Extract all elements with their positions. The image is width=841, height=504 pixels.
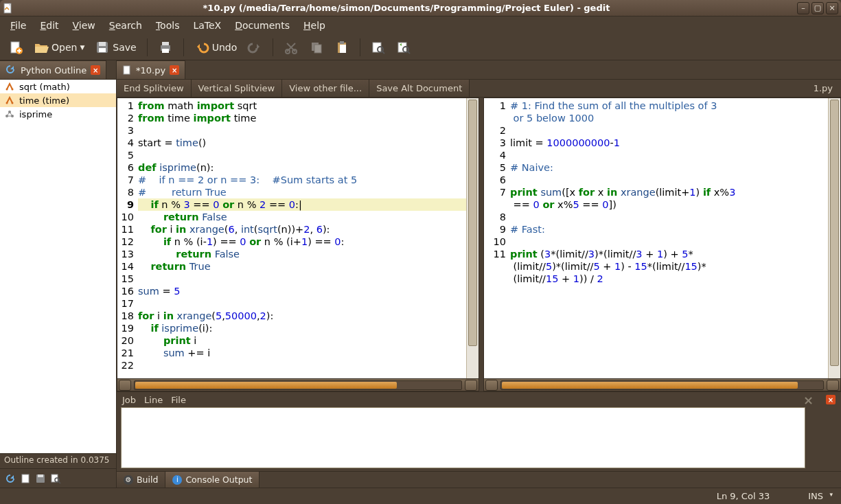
bottom-panel: Job Line File × × ⚙Build iConsole Output (117, 391, 841, 488)
undo-button[interactable]: Undo (190, 37, 242, 58)
menu-help[interactable]: Help (297, 18, 332, 33)
print-icon (158, 40, 173, 55)
outline-item[interactable]: time (time) (0, 93, 116, 107)
undo-icon (194, 40, 209, 55)
svg-rect-4 (99, 42, 106, 46)
save-alt-document-button[interactable]: Save Alt Document (369, 80, 470, 97)
svg-point-23 (12, 102, 14, 104)
menu-search[interactable]: Search (103, 18, 148, 33)
file-tabs: *10.py × (117, 60, 841, 80)
sidebar-save-icon[interactable] (34, 472, 47, 485)
panel-hide-icon[interactable]: × (803, 393, 814, 407)
cut-icon (284, 40, 299, 55)
toolbar: Open ▼ Save Undo (0, 34, 841, 60)
svg-rect-12 (314, 45, 321, 53)
col-line[interactable]: Line (144, 395, 163, 405)
editor-right[interactable]: 1 234567 891011 # 1: Find the sum of all… (483, 98, 841, 391)
code-left[interactable]: from math import sqrtfrom time import ti… (135, 98, 466, 378)
print-button[interactable] (154, 37, 177, 58)
panel-close-icon[interactable]: × (826, 395, 836, 404)
copy-icon (309, 40, 324, 55)
app-icon (3, 3, 14, 14)
outline-list[interactable]: sqrt (math)time (time)isprime (0, 80, 116, 453)
close-button[interactable]: × (826, 2, 838, 14)
gutter-right: 1 234567 891011 (484, 98, 507, 378)
sidebar-refresh-icon[interactable] (4, 472, 16, 485)
right-file-label: 1.py (805, 80, 841, 97)
close-tab-icon[interactable]: × (91, 65, 100, 75)
col-job[interactable]: Job (122, 395, 136, 405)
sidebar: Python Outline × sqrt (math)time (time)i… (0, 60, 117, 488)
panel-body[interactable] (121, 407, 805, 468)
view-other-file-button[interactable]: View other file... (282, 80, 369, 97)
col-file[interactable]: File (171, 395, 186, 405)
maximize-button[interactable]: ▢ (811, 2, 824, 14)
menu-view[interactable]: View (67, 18, 102, 33)
sidebar-tab-python-outline[interactable]: Python Outline × (0, 60, 106, 79)
chevron-down-icon[interactable]: ▼ (80, 44, 84, 51)
sidebar-toolbar (0, 468, 116, 488)
hscrollbar-right[interactable] (484, 378, 840, 391)
svg-rect-8 (162, 49, 169, 53)
svg-point-20 (6, 89, 8, 91)
function-icon (4, 95, 15, 106)
insert-mode[interactable]: INS (804, 491, 834, 501)
vscrollbar-left[interactable] (466, 98, 479, 378)
menu-edit[interactable]: Edit (34, 18, 65, 33)
find-button[interactable] (367, 37, 390, 58)
svg-point-22 (6, 102, 8, 104)
editor-left[interactable]: 12345678910111213141516171819202122 from… (117, 98, 479, 391)
refresh-icon (5, 65, 16, 76)
end-splitview-button[interactable]: End Splitview (117, 80, 192, 97)
paste-icon (334, 40, 349, 55)
tab-console-output[interactable]: iConsole Output (165, 472, 260, 488)
code-right[interactable]: # 1: Find the sum of all the multiples o… (507, 98, 828, 378)
minimize-button[interactable]: – (797, 2, 809, 14)
sidebar-find-icon[interactable] (49, 472, 62, 485)
window-title: *10.py (/media/Terra/home/simon/Document… (18, 3, 795, 13)
svg-rect-29 (38, 474, 43, 477)
titlebar[interactable]: *10.py (/media/Terra/home/simon/Document… (0, 0, 841, 16)
paste-button[interactable] (330, 37, 354, 58)
svg-rect-14 (340, 45, 346, 53)
statusbar: Ln 9, Col 33 INS (0, 488, 841, 504)
tab-10py[interactable]: *10.py × (117, 60, 185, 79)
svg-point-21 (12, 89, 14, 91)
splitview-toolbar: End Splitview Vertical Splitview View ot… (117, 80, 841, 98)
vscrollbar-right[interactable] (828, 98, 840, 378)
outline-item[interactable]: isprime (0, 107, 116, 121)
menu-documents[interactable]: Documents (229, 18, 296, 33)
find-icon (371, 40, 386, 55)
menu-latex[interactable]: LaTeX (187, 18, 227, 33)
cursor-position: Ln 9, Col 33 (717, 491, 770, 501)
close-tab-icon[interactable]: × (170, 65, 179, 75)
menu-tools[interactable]: Tools (150, 18, 186, 33)
hscrollbar-left[interactable] (117, 378, 479, 391)
copy-button[interactable] (305, 37, 328, 58)
menu-file[interactable]: File (4, 18, 32, 33)
tab-build[interactable]: ⚙Build (117, 472, 165, 488)
outline-item[interactable]: sqrt (math) (0, 80, 116, 93)
cut-button[interactable] (279, 37, 303, 58)
redo-icon (247, 40, 262, 55)
vertical-splitview-button[interactable]: Vertical Splitview (192, 80, 283, 97)
outline-label: sqrt (math) (19, 82, 70, 92)
sidebar-doc-icon[interactable] (19, 472, 32, 485)
info-icon: i (172, 475, 182, 485)
function-icon (4, 81, 15, 92)
svg-rect-27 (22, 474, 29, 483)
new-file-icon (8, 40, 23, 55)
new-file-button[interactable] (4, 37, 27, 58)
save-button[interactable]: Save (91, 37, 140, 58)
open-folder-icon (34, 40, 49, 55)
find-replace-button[interactable] (392, 37, 415, 58)
svg-rect-7 (162, 42, 169, 45)
find-replace-icon (396, 40, 411, 55)
svg-rect-5 (99, 48, 106, 52)
redo-button[interactable] (243, 37, 266, 58)
open-button[interactable]: Open ▼ (30, 37, 89, 58)
svg-rect-32 (124, 66, 130, 74)
file-icon (122, 65, 132, 75)
sidebar-status: Outline created in 0.0375 (0, 453, 116, 468)
class-icon (4, 108, 15, 119)
